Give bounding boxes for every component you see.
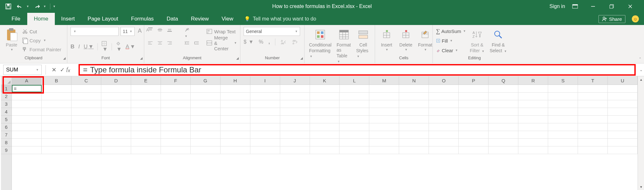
cell[interactable] <box>339 93 369 100</box>
col-header-a[interactable]: A <box>12 76 42 85</box>
cell[interactable] <box>339 123 369 131</box>
cell[interactable] <box>310 116 340 123</box>
number-dialog-launcher-icon[interactable]: ◢ <box>300 56 303 60</box>
cell[interactable] <box>608 146 638 154</box>
name-box-dropdown-icon[interactable]: ▼ <box>36 68 39 71</box>
cell[interactable] <box>399 85 429 92</box>
col-header-o[interactable]: O <box>429 76 459 85</box>
align-right-button[interactable] <box>167 40 172 46</box>
cell[interactable] <box>339 108 369 115</box>
fill-button[interactable]: Fill▼ <box>436 37 466 45</box>
cell[interactable] <box>250 100 280 108</box>
accounting-format-button[interactable]: $ ▼ <box>244 39 254 45</box>
cell[interactable] <box>101 146 131 154</box>
cell[interactable] <box>489 139 518 146</box>
cell[interactable] <box>608 116 638 123</box>
cell[interactable] <box>191 85 221 92</box>
row-header-4[interactable]: 4 <box>1 108 12 116</box>
cell[interactable] <box>280 139 310 146</box>
cell[interactable] <box>310 139 340 146</box>
percent-format-button[interactable]: % <box>259 39 263 45</box>
row-header-2[interactable]: 2 <box>1 93 12 100</box>
borders-button[interactable]: ▼ <box>102 41 108 53</box>
cell[interactable] <box>548 116 578 123</box>
cell[interactable] <box>12 100 42 108</box>
cell[interactable] <box>429 116 459 123</box>
cell[interactable] <box>548 108 578 115</box>
increase-font-icon[interactable]: A <box>137 27 143 36</box>
cell[interactable] <box>42 100 71 108</box>
cell[interactable] <box>578 123 608 131</box>
cut-button[interactable]: Cut <box>22 27 61 36</box>
cell[interactable] <box>489 108 518 115</box>
cell-styles-button[interactable]: Cell Styles ▼ <box>355 27 372 59</box>
cell[interactable] <box>101 139 131 146</box>
copy-dropdown-icon[interactable]: ▼ <box>43 39 46 42</box>
col-header-d[interactable]: D <box>101 76 131 85</box>
cell[interactable] <box>280 131 310 138</box>
cell[interactable] <box>578 85 608 92</box>
cell[interactable] <box>369 85 399 92</box>
cell[interactable] <box>250 139 280 146</box>
cell[interactable] <box>280 146 310 154</box>
cell[interactable] <box>101 123 131 131</box>
cell[interactable] <box>42 85 71 92</box>
fill-color-button[interactable]: ▼ <box>116 41 122 53</box>
cell[interactable] <box>131 85 161 92</box>
cell[interactable] <box>280 93 310 100</box>
cell[interactable] <box>489 93 518 100</box>
col-header-h[interactable]: H <box>221 76 250 85</box>
cell[interactable] <box>578 93 608 100</box>
cell[interactable] <box>578 146 608 154</box>
cell[interactable] <box>221 116 250 123</box>
bold-button[interactable]: B <box>71 44 74 50</box>
cell[interactable] <box>578 116 608 123</box>
tab-insert[interactable]: Insert <box>55 13 81 25</box>
cell[interactable] <box>459 100 489 108</box>
cell[interactable] <box>161 85 191 92</box>
tell-me-search[interactable]: 💡 Tell me what you want to do <box>244 16 316 22</box>
cell[interactable] <box>12 108 42 115</box>
cell[interactable] <box>221 108 250 115</box>
cell[interactable] <box>339 146 369 154</box>
cell[interactable] <box>221 123 250 131</box>
cell[interactable] <box>369 131 399 138</box>
cell[interactable] <box>71 85 101 92</box>
row-header-9[interactable]: 9 <box>1 146 12 154</box>
tab-data[interactable]: Data <box>160 13 185 25</box>
cell[interactable] <box>429 85 459 92</box>
cell[interactable] <box>161 146 191 154</box>
expand-formula-bar-icon[interactable]: ⌄ <box>638 68 644 72</box>
row-header-7[interactable]: 7 <box>1 131 12 139</box>
col-header-c[interactable]: C <box>71 76 101 85</box>
restore-icon[interactable] <box>609 4 621 9</box>
cell[interactable] <box>369 139 399 146</box>
cell[interactable] <box>131 116 161 123</box>
increase-indent-button[interactable] <box>194 40 199 46</box>
cell[interactable] <box>250 146 280 154</box>
font-size-combo[interactable]: 11▼ <box>121 27 135 36</box>
cell[interactable] <box>161 108 191 115</box>
cell[interactable] <box>518 116 548 123</box>
undo-icon[interactable] <box>16 3 24 10</box>
font-dialog-launcher-icon[interactable]: ◢ <box>140 56 143 60</box>
align-middle-button[interactable] <box>157 27 163 38</box>
increase-decimal-button[interactable]: .0.00 <box>280 39 287 45</box>
cell[interactable] <box>250 123 280 131</box>
cell[interactable] <box>518 139 548 146</box>
minimize-icon[interactable] <box>591 4 602 9</box>
col-header-k[interactable]: K <box>310 76 340 85</box>
cell[interactable] <box>518 131 548 138</box>
tab-view[interactable]: View <box>215 13 240 25</box>
align-left-button[interactable] <box>147 40 153 46</box>
cell[interactable] <box>310 123 340 131</box>
cell[interactable] <box>608 123 638 131</box>
format-as-table-button[interactable]: Format as Table ▼ <box>335 27 352 64</box>
name-box[interactable]: SUM ▼ <box>3 65 42 75</box>
sign-in-link[interactable]: Sign in <box>549 4 565 9</box>
tab-review[interactable]: Review <box>185 13 215 25</box>
share-button[interactable]: Share <box>598 15 625 23</box>
merge-dropdown-icon[interactable]: ▼ <box>234 41 237 45</box>
decrease-decimal-button[interactable]: .00.0 <box>292 39 298 45</box>
cell[interactable] <box>42 93 71 100</box>
